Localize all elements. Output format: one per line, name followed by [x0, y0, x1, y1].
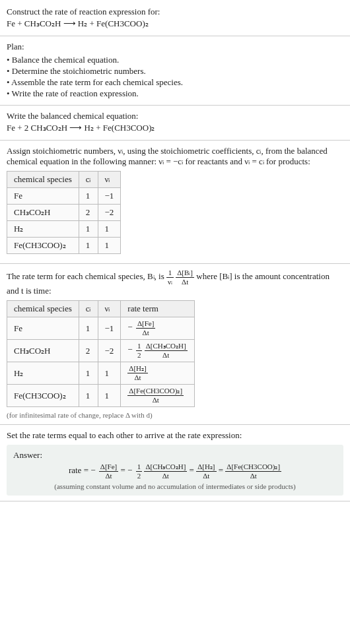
frac-den: Δt: [225, 472, 281, 480]
equals: =: [84, 465, 88, 475]
rate-intro-frac1: 1νᵢ: [166, 269, 174, 286]
frac-num: Δ[Fe]: [136, 320, 155, 329]
section-plan: Plan: Balance the chemical equation. Det…: [0, 36, 350, 106]
equals: =: [120, 465, 125, 475]
cell: 1: [79, 238, 98, 254]
cell: −2: [98, 340, 121, 362]
balanced-heading: Write the balanced chemical equation:: [7, 111, 343, 121]
term3: Δ[H₂]Δt: [196, 463, 216, 480]
section-stoich: Assign stoichiometric numbers, νᵢ, using…: [0, 141, 350, 264]
frac-den: Δt: [145, 351, 188, 359]
sign: −: [127, 344, 132, 354]
frac-num: Δ[Bᵢ]: [176, 269, 194, 278]
cell: 2: [79, 340, 98, 362]
sign: −: [127, 322, 132, 332]
cell: Fe: [7, 188, 79, 205]
col-species: chemical species: [7, 172, 79, 188]
table-row: Fe(CH3COO)₂ 1 1 Δ[Fe(CH3COO)₂]Δt: [7, 385, 195, 407]
cell: 1: [79, 385, 98, 407]
cell: Fe(CH3COO)₂: [7, 238, 79, 254]
cell-rate: Δ[Fe(CH3COO)₂]Δt: [121, 385, 194, 407]
rate-word: rate: [69, 465, 81, 475]
rate-frac: Δ[CH₃CO₂H]Δt: [145, 342, 188, 359]
stoich-intro: Assign stoichiometric numbers, νᵢ, using…: [7, 146, 343, 167]
table-row: CH₃CO₂H 2 −2 − 12 Δ[CH₃CO₂H]Δt: [7, 340, 195, 362]
frac-den: Δt: [127, 373, 147, 381]
cell-rate: − Δ[Fe]Δt: [121, 317, 194, 340]
frac-num: Δ[H₂]: [196, 463, 216, 472]
answer-label: Answer:: [13, 450, 337, 461]
table-header-row: chemical species cᵢ νᵢ: [7, 172, 121, 188]
frac-den: Δt: [127, 396, 184, 404]
frac-den: νᵢ: [166, 278, 174, 286]
term4: Δ[Fe(CH3COO)₂]Δt: [225, 463, 281, 480]
rate-intro-a: The rate term for each chemical species,…: [7, 271, 166, 281]
frac-den: Δt: [99, 472, 118, 480]
term2: Δ[CH₃CO₂H]Δt: [144, 463, 187, 480]
cell: −1: [98, 317, 121, 340]
cell: CH₃CO₂H: [7, 205, 79, 221]
equals: =: [190, 465, 194, 475]
cell: 1: [79, 317, 98, 340]
answer-box: Answer: rate = − Δ[Fe]Δt = − 12 Δ[CH₃CO₂…: [7, 445, 343, 496]
frac-num: Δ[Fe]: [99, 463, 118, 472]
col-vi: νᵢ: [98, 301, 121, 317]
frac-den: Δt: [144, 472, 187, 480]
cell: H₂: [7, 362, 79, 385]
frac-num: Δ[Fe(CH3COO)₂]: [127, 387, 184, 396]
stoich-table: chemical species cᵢ νᵢ Fe1−1 CH₃CO₂H2−2 …: [7, 171, 121, 254]
frac-num: Δ[Fe(CH3COO)₂]: [225, 463, 281, 472]
plan-heading: Plan:: [7, 42, 343, 52]
cell: Fe: [7, 317, 79, 340]
cell: 1: [98, 238, 121, 254]
cell: 1: [98, 362, 121, 385]
plan-list: Balance the chemical equation. Determine…: [7, 55, 343, 99]
rate-expression: rate = − Δ[Fe]Δt = − 12 Δ[CH₃CO₂H]Δt = Δ…: [13, 463, 337, 480]
rate-frac: Δ[H₂]Δt: [127, 365, 147, 381]
cell: 1: [79, 362, 98, 385]
frac-den: Δt: [176, 278, 194, 286]
rate-intro: The rate term for each chemical species,…: [7, 269, 343, 296]
col-ci: cᵢ: [79, 172, 98, 188]
frac-num: Δ[H₂]: [127, 365, 147, 373]
cell: Fe(CH3COO)₂: [7, 385, 79, 407]
plan-item: Assemble the rate term for each chemical…: [7, 77, 343, 88]
cell: 1: [79, 188, 98, 205]
col-ci: cᵢ: [79, 301, 98, 317]
cell: −2: [98, 205, 121, 221]
section-final: Set the rate terms equal to each other t…: [0, 425, 350, 501]
table-row: H₂ 1 1 Δ[H₂]Δt: [7, 362, 195, 385]
final-heading: Set the rate terms equal to each other t…: [7, 430, 343, 441]
table-row: H₂11: [7, 221, 121, 238]
plan-item: Balance the chemical equation.: [7, 55, 343, 65]
plan-item: Write the rate of reaction expression.: [7, 88, 343, 99]
cell: 1: [79, 221, 98, 238]
sign: −: [90, 465, 95, 475]
col-rate-term: rate term: [121, 301, 194, 317]
cell: H₂: [7, 221, 79, 238]
rate-frac: Δ[Fe]Δt: [136, 320, 155, 337]
cell-rate: Δ[H₂]Δt: [121, 362, 194, 385]
frac-den: Δt: [136, 329, 155, 337]
rate-footnote: (for infinitesimal rate of change, repla…: [7, 411, 343, 419]
frac-num: 1: [166, 269, 174, 278]
rate-table: chemical species cᵢ νᵢ rate term Fe 1 −1…: [7, 300, 195, 407]
frac-num: 1: [136, 342, 143, 351]
col-vi: νᵢ: [98, 172, 121, 188]
rate-intro-frac2: Δ[Bᵢ]Δt: [176, 269, 194, 286]
frac-num: Δ[CH₃CO₂H]: [144, 463, 187, 472]
term2-coef: 12: [136, 463, 143, 480]
plan-item: Determine the stoichiometric numbers.: [7, 66, 343, 77]
table-row: Fe1−1: [7, 188, 121, 205]
cell: −1: [98, 188, 121, 205]
prompt-text: Construct the rate of reaction expressio…: [7, 7, 343, 17]
cell: 2: [79, 205, 98, 221]
frac-den: Δt: [196, 472, 216, 480]
cell-rate: − 12 Δ[CH₃CO₂H]Δt: [121, 340, 194, 362]
col-species: chemical species: [7, 301, 79, 317]
equals: =: [219, 465, 223, 475]
cell: 1: [98, 221, 121, 238]
term1: Δ[Fe]Δt: [99, 463, 118, 480]
coef-frac: 12: [136, 342, 143, 359]
balanced-equation: Fe + 2 CH₃CO₂H ⟶ H₂ + Fe(CH3COO)₂: [7, 123, 343, 133]
